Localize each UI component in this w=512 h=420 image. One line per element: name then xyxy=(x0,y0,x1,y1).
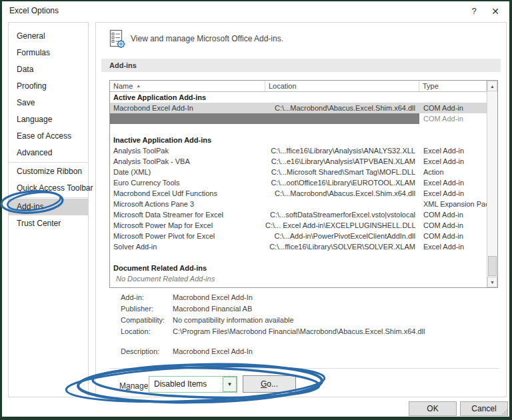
table-row[interactable]: Microsoft Actions Pane 3XML Expansion Pa… xyxy=(110,199,487,209)
title-bar: Excel Options ? ✕ xyxy=(2,1,509,22)
group-header-row: Document Related Add-ins xyxy=(110,263,487,273)
excel-options-dialog: Excel Options ? ✕ General Formulas Data … xyxy=(2,1,509,417)
dropdown-arrow-icon[interactable]: ▼ xyxy=(223,377,237,392)
manage-dropdown-value: Disabled Items xyxy=(149,377,223,392)
scroll-down-icon[interactable]: ▼ xyxy=(487,277,497,287)
sidebar-item-ease-of-access[interactable]: Ease of Access xyxy=(9,128,88,145)
sidebar-item-general[interactable]: General xyxy=(9,28,88,45)
main-panel: View and manage Microsoft Office Add-ins… xyxy=(95,22,507,397)
page-description: View and manage Microsoft Office Add-ins… xyxy=(131,34,283,43)
table-row[interactable]: Microsoft Power Pivot for ExcelC:\...Add… xyxy=(110,231,487,241)
table-row[interactable]: Macrobond Excel Add-InC:\...Macrobond\Ab… xyxy=(110,103,487,113)
detail-row-location: Location:C:\Program Files\Macrobond Fina… xyxy=(121,326,497,337)
sort-ascending-icon: ▲ xyxy=(136,83,141,88)
manage-separator xyxy=(109,368,499,369)
sidebar-item-add-ins[interactable]: Add-ins xyxy=(9,199,88,215)
table-row[interactable]: Analysis ToolPakC:\...ffice16\Library\An… xyxy=(110,145,487,156)
resize-grip[interactable] xyxy=(501,409,508,415)
sidebar-item-trust-center[interactable]: Trust Center xyxy=(9,215,88,232)
manage-dropdown[interactable]: Disabled Items ▼ xyxy=(149,376,237,393)
addin-list-body: Active Application Add-insMacrobond Exce… xyxy=(110,92,487,287)
scroll-thumb[interactable] xyxy=(488,256,497,276)
table-header: Name▲ Location Type xyxy=(110,81,487,92)
vertical-scrollbar[interactable]: ▲ ▼ xyxy=(487,81,497,287)
addin-details: Add-in:Macrobond Excel Add-In Publisher:… xyxy=(121,292,497,357)
sidebar-item-proofing[interactable]: Proofing xyxy=(9,78,88,95)
table-row[interactable]: Analysis ToolPak - VBAC:\...e16\Library\… xyxy=(110,156,487,167)
table-row[interactable]: Macrobond Excel Udf FunctionsC:\...Macro… xyxy=(110,188,487,199)
table-row[interactable]: Date (XML)C:\...Microsoft Shared\Smart T… xyxy=(110,167,487,177)
dialog-title: Excel Options xyxy=(9,6,59,15)
scroll-up-icon[interactable]: ▲ xyxy=(487,81,497,91)
table-row[interactable]: Microsoft Data Streamer for ExcelC:\...s… xyxy=(110,209,487,220)
sidebar: General Formulas Data Proofing Save Lang… xyxy=(8,22,89,397)
sidebar-item-save[interactable]: Save xyxy=(9,95,88,111)
sidebar-separator xyxy=(9,162,88,163)
view-manage-addins-icon xyxy=(109,29,127,49)
table-row xyxy=(110,252,487,263)
group-header-row: Active Application Add-ins xyxy=(110,92,487,103)
sidebar-item-customize-ribbon[interactable]: Customize Ribbon xyxy=(9,163,88,180)
sidebar-item-formulas[interactable]: Formulas xyxy=(9,45,88,61)
column-header-location[interactable]: Location xyxy=(265,81,419,92)
detail-row-compatibility: Compatibility:No compatibility informati… xyxy=(121,315,497,326)
table-row[interactable]: Solver Add-inC:\...ffice16\Library\SOLVE… xyxy=(110,241,487,252)
column-header-type[interactable]: Type xyxy=(419,81,487,92)
table-row xyxy=(110,124,487,135)
close-icon[interactable]: ✕ xyxy=(487,5,504,18)
excel-window-frame: Excel Options ? ✕ General Formulas Data … xyxy=(0,0,512,420)
detail-row-addin: Add-in:Macrobond Excel Add-In xyxy=(121,292,497,303)
table-row[interactable]: COM Add-in xyxy=(110,113,487,124)
group-header-row: Inactive Application Add-ins xyxy=(110,135,487,145)
column-header-name[interactable]: Name▲ xyxy=(110,81,265,92)
section-header-add-ins: Add-ins xyxy=(101,59,501,72)
manage-label: Manage: xyxy=(119,381,151,391)
addins-table: Name▲ Location Type Active Application A… xyxy=(109,80,498,288)
go-button[interactable]: Go... xyxy=(243,375,296,393)
detail-row-description: Description:Macrobond Excel Add-In xyxy=(121,346,497,357)
table-row[interactable]: Microsoft Power Map for ExcelC:\... Exce… xyxy=(110,220,487,231)
sidebar-item-advanced[interactable]: Advanced xyxy=(9,145,88,161)
help-icon[interactable]: ? xyxy=(465,5,483,18)
table-row: No Document Related Add-ins xyxy=(110,273,487,284)
sidebar-separator xyxy=(9,197,88,198)
sidebar-item-language[interactable]: Language xyxy=(9,111,88,128)
table-row[interactable]: Euro Currency ToolsC:\...oot\Office16\Li… xyxy=(110,177,487,188)
ok-button[interactable]: OK xyxy=(409,401,457,416)
detail-row-publisher: Publisher:Macrobond Financial AB xyxy=(121,303,497,315)
sidebar-item-quick-access-toolbar[interactable]: Quick Access Toolbar xyxy=(9,180,88,197)
sidebar-item-data[interactable]: Data xyxy=(9,61,88,78)
